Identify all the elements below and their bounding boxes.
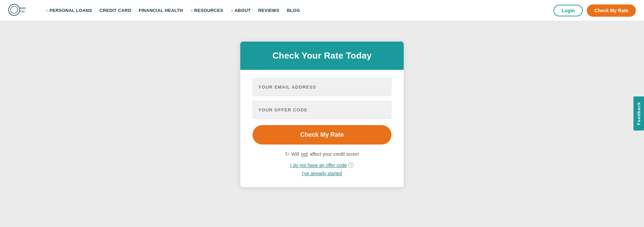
main-content: Check Your Rate Today Check My Rate ↻ Wi…: [0, 21, 644, 227]
email-input[interactable]: [253, 78, 391, 96]
credit-notice-prefix: Will: [291, 151, 299, 157]
nav-item-financial-health[interactable]: FINANCIAL HEALTH: [136, 6, 186, 15]
credit-notice-suffix: affect your credit score!: [310, 151, 359, 157]
credit-notice: ↻ Will not affect your credit score!: [253, 151, 391, 157]
nav-item-personal-loans[interactable]: ▲ PERSONAL LOANS: [43, 6, 95, 15]
help-icon[interactable]: ?: [348, 163, 354, 168]
check-rate-nav-button[interactable]: Check My Rate: [587, 4, 636, 17]
already-started-link[interactable]: I've already started: [302, 171, 342, 176]
nav-right: Login Check My Rate: [553, 4, 636, 17]
check-rate-main-button[interactable]: Check My Rate: [253, 125, 391, 145]
refresh-icon: ↻: [285, 151, 289, 157]
no-offer-row: I do not have an offer code ?: [290, 163, 354, 168]
card-title: Check Your Rate Today: [254, 50, 390, 61]
svg-point-0: [9, 4, 20, 15]
nav-item-resources[interactable]: ▲ RESOURCES: [188, 6, 226, 15]
caret-icon-about: ▲: [231, 9, 234, 12]
nav-item-about[interactable]: ▲ ABOUT: [228, 6, 254, 15]
caret-icon: ▲: [46, 9, 48, 12]
offer-code-input[interactable]: [253, 101, 391, 119]
login-button[interactable]: Login: [553, 5, 583, 16]
svg-text:best: best: [20, 6, 26, 9]
credit-notice-not: not: [301, 151, 307, 157]
feedback-tab[interactable]: Feedback: [633, 96, 644, 131]
links-row: I do not have an offer code ? I've alrea…: [253, 163, 391, 176]
nav-item-credit-card[interactable]: CREDIT CARD: [97, 6, 134, 15]
card-body: Check My Rate ↻ Will not affect your cre…: [240, 70, 404, 187]
rate-card: Check Your Rate Today Check My Rate ↻ Wi…: [240, 42, 404, 187]
nav-item-blog[interactable]: BLOG: [284, 6, 303, 15]
logo[interactable]: best egg: [8, 3, 32, 18]
navigation: best egg ▲ PERSONAL LOANS CREDIT CARD FI…: [0, 0, 644, 21]
svg-text:egg: egg: [20, 9, 25, 12]
nav-links: ▲ PERSONAL LOANS CREDIT CARD FINANCIAL H…: [43, 6, 553, 15]
card-header: Check Your Rate Today: [240, 42, 404, 70]
no-offer-link[interactable]: I do not have an offer code: [290, 163, 347, 168]
caret-icon-resources: ▲: [190, 9, 193, 12]
nav-item-reviews[interactable]: REVIEWS: [256, 6, 282, 15]
svg-point-1: [11, 6, 18, 13]
